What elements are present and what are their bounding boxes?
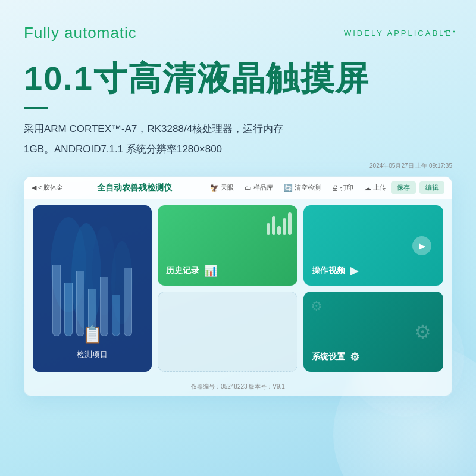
save-button[interactable]: 保存	[391, 181, 416, 194]
device-title: 全自动农兽残检测仪	[63, 183, 205, 193]
settings-card[interactable]: ⚙ ⚙ 系统设置 ⚙	[303, 292, 443, 372]
back-label: < 胶体金	[38, 183, 63, 192]
upload-icon: ☁	[364, 184, 371, 192]
project-card[interactable]: 📋 检测项目	[33, 205, 152, 372]
right-grid: 历史记录 📊 ▶ 操作视频 ▶	[158, 205, 443, 372]
widely-applicable-label: WIDELY APPLICABLE	[344, 29, 452, 37]
device-body: 📋 检测项目	[24, 199, 452, 380]
device-screen: ◀ < 胶体金 全自动农兽残检测仪 🦅 天眼 🗂 样品库 🔄 清空检	[24, 176, 452, 396]
video-card[interactable]: ▶ 操作视频 ▶	[303, 205, 443, 286]
tab-samples-label: 样品库	[253, 183, 273, 192]
tab-print-label: 打印	[340, 183, 353, 192]
top-bar: Fully automatic WIDELY APPLICABLE	[24, 24, 452, 42]
tab-upload[interactable]: ☁ 上传	[359, 181, 391, 194]
play-button[interactable]: ▶	[412, 236, 431, 255]
gear-small-icon: ⚙	[311, 299, 322, 314]
title-underline	[24, 107, 48, 109]
history-text: 历史记录	[166, 265, 199, 276]
history-label: 历史记录 📊	[166, 264, 289, 277]
gear-large-icon: ⚙	[414, 321, 431, 343]
video-play-icon: ▶	[350, 264, 358, 277]
device-footer: 仪器编号：05248223 版本号：V9.1	[24, 380, 452, 396]
description-line1: 采用ARM CORTEX™-A7，RK3288/4核处理器，运行内存	[24, 121, 452, 138]
history-card[interactable]: 历史记录 📊	[158, 205, 298, 286]
fully-automatic-label: Fully automatic	[24, 24, 137, 42]
bar-5	[288, 212, 292, 235]
tianyan-icon: 🦅	[210, 184, 219, 192]
samples-icon: 🗂	[245, 184, 252, 192]
device-serial: 仪器编号：05248223 版本号：V9.1	[191, 383, 285, 390]
tab-samples[interactable]: 🗂 样品库	[240, 181, 278, 194]
bar-4	[283, 218, 286, 235]
back-button[interactable]: ◀ < 胶体金	[32, 183, 63, 192]
empty-card	[158, 292, 298, 372]
three-dots-decoration: ⋮	[441, 24, 458, 40]
bar-2	[272, 216, 275, 235]
history-chart	[267, 211, 292, 235]
history-chart-icon: 📊	[204, 264, 217, 277]
tab-tianyan-label: 天眼	[221, 183, 234, 192]
project-label: 检测项目	[77, 349, 108, 360]
clear-icon: 🔄	[284, 184, 293, 192]
tab-upload-label: 上传	[373, 183, 386, 192]
settings-label: 系统设置 ⚙	[312, 350, 435, 364]
tab-print[interactable]: 🖨 打印	[327, 181, 358, 194]
device-header: ◀ < 胶体金 全自动农兽残检测仪 🦅 天眼 🗂 样品库 🔄 清空检	[24, 177, 452, 199]
right-actions-bar: 保存 编辑	[391, 181, 444, 194]
project-icon: 📋	[82, 325, 103, 345]
bar-3	[277, 226, 281, 235]
video-label: 操作视频 ▶	[312, 264, 435, 277]
settings-gear-icon: ⚙	[350, 350, 359, 364]
project-card-content: 📋 检测项目	[33, 325, 152, 360]
description-line2: 1GB。ANDROID7.1.1 系统分辨率1280×800	[24, 141, 452, 158]
tab-clear-label: 清空检测	[295, 183, 321, 192]
video-text: 操作视频	[312, 265, 345, 276]
settings-text: 系统设置	[312, 352, 345, 362]
tab-tianyan[interactable]: 🦅 天眼	[205, 181, 239, 194]
datetime-label: 2024年05月27日 上午 09:17:35	[24, 162, 452, 170]
tab-clear[interactable]: 🔄 清空检测	[279, 181, 325, 194]
print-icon: 🖨	[331, 184, 339, 192]
main-title: 10.1寸高清液晶触摸屏	[24, 60, 452, 97]
bar-1	[267, 223, 270, 235]
device-screen-wrapper: ◀ < 胶体金 全自动农兽残检测仪 🦅 天眼 🗂 样品库 🔄 清空检	[24, 176, 452, 396]
back-arrow-icon: ◀	[32, 184, 36, 192]
nav-tabs: 🦅 天眼 🗂 样品库 🔄 清空检测 🖨 打印	[205, 181, 391, 194]
edit-button[interactable]: 编辑	[419, 181, 444, 194]
